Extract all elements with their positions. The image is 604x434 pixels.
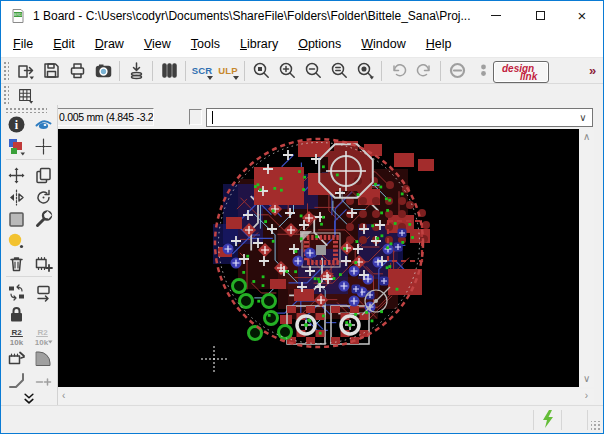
text-caret	[212, 111, 213, 124]
zoom-out-button[interactable]	[300, 59, 326, 83]
toolbar-separator	[244, 61, 245, 81]
menu-edit[interactable]: Edit	[43, 33, 85, 55]
rotate-tool-button[interactable]	[31, 186, 55, 208]
maximize-icon	[536, 11, 545, 20]
pinswap-tool-button[interactable]	[4, 281, 28, 303]
save-button[interactable]	[38, 59, 64, 83]
value-tool-button[interactable]: R210k	[31, 325, 55, 347]
replace-tool-button[interactable]	[31, 281, 55, 303]
toolbar-separator	[152, 61, 153, 81]
minimize-button[interactable]	[477, 1, 515, 29]
toolbar-overflow-chevron[interactable]: »	[589, 63, 596, 78]
tool-palette: iR210kR210k	[1, 105, 58, 405]
optimize-tool-button[interactable]	[31, 369, 55, 391]
cam-processor-button[interactable]	[90, 59, 116, 83]
run-ulp-button[interactable]: ULP	[215, 59, 241, 83]
menu-help[interactable]: Help	[416, 33, 462, 55]
grid-toolbar	[1, 85, 603, 105]
redo-button[interactable]	[411, 59, 437, 83]
zoom-redraw-button[interactable]	[326, 59, 352, 83]
zoom-in-button[interactable]	[274, 59, 300, 83]
board-file-icon: BRD	[10, 8, 26, 24]
lock-tool-button[interactable]	[4, 303, 28, 325]
toolbar-drag-handle[interactable]	[3, 85, 9, 105]
show-tool-button[interactable]	[31, 113, 55, 135]
name-tool-button[interactable]: R210k	[4, 325, 28, 347]
vertical-scrollbar[interactable]: ∧ ∨	[579, 129, 594, 387]
library-manager-button[interactable]	[156, 59, 182, 83]
coordinate-display: 0.005 mm (4.845 -3.200)	[55, 108, 154, 126]
main-toolbar: SCRULP?designlink»	[1, 57, 603, 84]
toolbar-drag-handle[interactable]	[3, 61, 9, 81]
toolbar-separator	[381, 61, 382, 81]
statusbar-separator	[561, 410, 562, 430]
statusbar-separator	[587, 410, 588, 430]
scroll-up-icon[interactable]: ∧	[583, 132, 590, 142]
close-button[interactable]: ×	[563, 1, 601, 29]
coordinate-toggle-button[interactable]	[189, 109, 202, 125]
menu-draw[interactable]: Draw	[85, 33, 134, 55]
svg-text:10k: 10k	[34, 337, 48, 346]
mirror-tool-button[interactable]	[4, 186, 28, 208]
scroll-down-icon[interactable]: ∨	[583, 374, 590, 384]
mark-tool-button[interactable]	[31, 135, 55, 157]
zoom-select-button[interactable]	[352, 59, 378, 83]
move-tool-button[interactable]	[4, 164, 28, 186]
chevron-down-icon	[232, 75, 240, 81]
menu-library[interactable]: Library	[230, 33, 288, 55]
menu-file[interactable]: File	[3, 33, 43, 55]
menu-tools[interactable]: Tools	[181, 33, 230, 55]
menu-view[interactable]: View	[134, 33, 181, 55]
split-tool-button[interactable]	[4, 369, 28, 391]
info-tool-button[interactable]: i	[4, 113, 28, 135]
command-input[interactable]: ∨	[206, 108, 593, 127]
menu-bar: FileEditDrawViewToolsLibraryOptionsWindo…	[1, 30, 603, 57]
window-title: 1 Board - C:\Users\codyr\Documents\Share…	[33, 9, 471, 23]
title-bar[interactable]: BRD 1 Board - C:\Users\codyr\Documents\S…	[1, 1, 603, 30]
status-bar	[1, 405, 603, 433]
undo-button[interactable]	[385, 59, 411, 83]
command-bar: 0.005 mm (4.845 -3.200) ∨	[1, 105, 603, 129]
display-layers-tool-button[interactable]	[4, 135, 28, 157]
svg-text:R2: R2	[37, 327, 48, 336]
svg-text:R2: R2	[11, 327, 22, 336]
open-button[interactable]	[12, 59, 38, 83]
group-tool-button[interactable]	[4, 208, 28, 230]
copy-tool-button[interactable]	[31, 164, 55, 186]
horizontal-scrollbar[interactable]: ‹ ›	[58, 389, 594, 404]
delete-tool-button[interactable]	[4, 252, 28, 274]
toolbar-separator	[440, 61, 441, 81]
scroll-left-icon[interactable]: ‹	[62, 391, 65, 401]
toolbar-separator	[185, 61, 186, 81]
statusbar-separator	[533, 410, 534, 430]
empty-tool-cell	[31, 230, 55, 252]
zoom-fit-button[interactable]	[248, 59, 274, 83]
menu-window[interactable]: Window	[351, 33, 415, 55]
pcb-board-drawing	[58, 129, 579, 387]
scroll-right-icon[interactable]: ›	[585, 391, 588, 401]
smash-tool-button[interactable]	[4, 347, 28, 369]
drc-lightning-icon	[539, 409, 557, 429]
run-script-button[interactable]: SCR	[189, 59, 215, 83]
menu-options[interactable]: Options	[288, 33, 351, 55]
print-button[interactable]	[64, 59, 90, 83]
empty-tool-cell	[31, 303, 55, 325]
resize-grip[interactable]	[591, 421, 601, 431]
toolbar-separator	[119, 61, 120, 81]
design-link-button[interactable]: designlink	[493, 61, 549, 83]
miter-tool-button[interactable]	[31, 347, 55, 369]
minimize-icon	[491, 15, 501, 16]
stop-button[interactable]	[444, 59, 470, 83]
paint-tool-button[interactable]	[4, 230, 28, 252]
application-window: { "window": { "icon_label": "BRD", "titl…	[0, 0, 604, 434]
pcb-canvas[interactable]	[58, 129, 579, 387]
svg-text:10k: 10k	[9, 337, 23, 346]
maximize-button[interactable]	[521, 1, 559, 29]
change-tool-button[interactable]	[31, 208, 55, 230]
chevron-down-icon[interactable]: ∨	[576, 111, 590, 124]
svg-text:BRD: BRD	[14, 12, 23, 17]
grid-settings-button[interactable]	[12, 83, 38, 107]
load-job-button[interactable]	[123, 59, 149, 83]
add-part-tool-button[interactable]	[31, 252, 55, 274]
chevron-down-icon	[206, 75, 214, 81]
